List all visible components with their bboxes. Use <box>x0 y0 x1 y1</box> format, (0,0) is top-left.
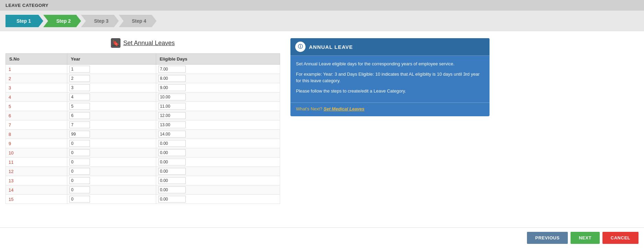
cell-eligible <box>156 102 280 111</box>
year-input[interactable] <box>69 168 90 175</box>
next-button[interactable]: NEXT <box>571 232 600 244</box>
previous-button[interactable]: PREVIOUS <box>527 232 568 244</box>
eligible-input[interactable] <box>158 196 186 203</box>
eligible-input[interactable] <box>158 159 186 165</box>
cell-sno: 3 <box>6 83 67 93</box>
whats-next-link[interactable]: Set Medical Leaves <box>324 106 365 111</box>
year-input[interactable] <box>69 140 90 147</box>
cell-sno: 10 <box>6 148 67 158</box>
info-footer: What's Next? Set Medical Leaves <box>290 103 490 116</box>
eligible-input[interactable] <box>158 75 186 82</box>
eligible-input[interactable] <box>158 140 186 147</box>
eligible-input[interactable] <box>158 84 186 91</box>
cell-eligible <box>156 74 280 83</box>
cell-year <box>67 93 156 102</box>
cell-sno: 9 <box>6 139 67 148</box>
cell-sno: 13 <box>6 176 67 185</box>
section-title: 🔖 Set Annual Leaves <box>5 38 280 48</box>
table-row: 3 <box>6 83 280 93</box>
cell-year <box>67 195 156 204</box>
main-content: 🔖 Set Annual Leaves S.No Year Eligible D… <box>0 31 644 231</box>
cell-year <box>67 120 156 130</box>
info-line3: Please follow the steps to create/edit a… <box>296 88 484 95</box>
year-input[interactable] <box>69 112 90 119</box>
cell-year <box>67 185 156 195</box>
info-body: Set Annual Leave eligible days for the c… <box>290 56 490 103</box>
year-input[interactable] <box>69 159 90 165</box>
eligible-input[interactable] <box>158 186 186 193</box>
footer-buttons: PREVIOUS NEXT CANCEL <box>0 227 644 248</box>
cell-eligible <box>156 139 280 148</box>
year-input[interactable] <box>69 94 90 100</box>
cell-sno: 15 <box>6 195 67 204</box>
col-eligible: Eligible Days <box>156 54 280 65</box>
cell-year <box>67 111 156 120</box>
info-line1: Set Annual Leave eligible days for the c… <box>296 61 484 67</box>
table-row: 2 <box>6 74 280 83</box>
cell-sno: 12 <box>6 167 67 176</box>
cell-year <box>67 65 156 74</box>
table-row: 7 <box>6 120 280 130</box>
cell-eligible <box>156 148 280 158</box>
year-input[interactable] <box>69 131 90 138</box>
eligible-input[interactable] <box>158 121 186 128</box>
year-input[interactable] <box>69 75 90 82</box>
year-input[interactable] <box>69 186 90 193</box>
cell-year <box>67 148 156 158</box>
whats-next-label: What's Next? <box>296 106 322 111</box>
year-input[interactable] <box>69 177 90 184</box>
table-row: 12 <box>6 167 280 176</box>
cell-eligible <box>156 176 280 185</box>
step-2: Step 2 <box>43 15 81 27</box>
cell-sno: 14 <box>6 185 67 195</box>
step-1: Step 1 <box>5 15 43 27</box>
year-input[interactable] <box>69 66 90 73</box>
year-input[interactable] <box>69 103 90 110</box>
eligible-input[interactable] <box>158 168 186 175</box>
cell-sno: 5 <box>6 102 67 111</box>
step-4: Step 4 <box>119 15 157 27</box>
bookmark-icon: 🔖 <box>111 38 120 48</box>
cell-sno: 4 <box>6 93 67 102</box>
right-panel: ⓘ ANNUAL LEAVE Set Annual Leave eligible… <box>287 38 639 224</box>
eligible-input[interactable] <box>158 66 186 73</box>
col-year: Year <box>67 54 156 65</box>
info-line2: For example: Year: 3 and Days Eligible: … <box>296 71 484 84</box>
table-row: 10 <box>6 148 280 158</box>
cell-year <box>67 167 156 176</box>
cell-eligible <box>156 93 280 102</box>
table-row: 4 <box>6 93 280 102</box>
table-row: 6 <box>6 111 280 120</box>
cell-year <box>67 102 156 111</box>
steps-bar: Step 1 Step 2 Step 3 Step 4 <box>0 11 644 31</box>
cell-eligible <box>156 158 280 167</box>
left-panel: 🔖 Set Annual Leaves S.No Year Eligible D… <box>5 38 280 224</box>
year-input[interactable] <box>69 149 90 156</box>
cell-eligible <box>156 167 280 176</box>
eligible-input[interactable] <box>158 112 186 119</box>
info-icon: ⓘ <box>295 42 306 52</box>
cell-eligible <box>156 195 280 204</box>
cell-sno: 11 <box>6 158 67 167</box>
table-row: 1 <box>6 65 280 74</box>
table-row: 8 <box>6 130 280 139</box>
page-header: LEAVE CATEGORY <box>0 0 644 11</box>
cell-sno: 2 <box>6 74 67 83</box>
eligible-input[interactable] <box>158 103 186 110</box>
cell-year <box>67 139 156 148</box>
cell-eligible <box>156 120 280 130</box>
cancel-button[interactable]: CANCEL <box>602 232 639 244</box>
table-row: 14 <box>6 185 280 195</box>
info-title: ANNUAL LEAVE <box>309 44 353 50</box>
cell-eligible <box>156 65 280 74</box>
table-row: 11 <box>6 158 280 167</box>
eligible-input[interactable] <box>158 149 186 156</box>
cell-sno: 6 <box>6 111 67 120</box>
year-input[interactable] <box>69 121 90 128</box>
year-input[interactable] <box>69 196 90 203</box>
year-input[interactable] <box>69 84 90 91</box>
eligible-input[interactable] <box>158 131 186 138</box>
eligible-input[interactable] <box>158 177 186 184</box>
eligible-input[interactable] <box>158 94 186 100</box>
cell-sno: 8 <box>6 130 67 139</box>
